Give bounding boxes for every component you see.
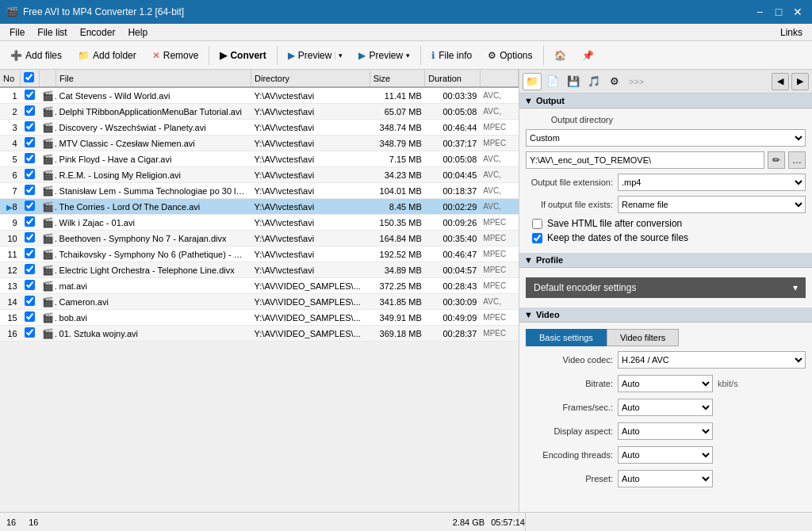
preview-split-button[interactable]: ▶ Preview ▾ bbox=[281, 46, 350, 65]
row-codec: MPEC bbox=[480, 120, 518, 136]
row-checkbox[interactable] bbox=[25, 121, 35, 132]
home-button[interactable]: 🏠 bbox=[547, 46, 573, 65]
panel-nav-next[interactable]: ▶ bbox=[791, 73, 809, 90]
tab-basic-settings[interactable]: Basic settings bbox=[526, 329, 607, 346]
row-size: 341.85 MB bbox=[370, 294, 425, 310]
preview-dropdown-arrow[interactable]: ▾ bbox=[335, 52, 343, 59]
panel-icon-folder[interactable]: 📁 bbox=[523, 73, 542, 90]
video-section: ▼ Video Basic settings Video filters Vid… bbox=[519, 308, 812, 500]
row-checkbox[interactable] bbox=[25, 264, 35, 274]
row-checkbox[interactable] bbox=[25, 90, 35, 100]
tab-video-filters[interactable]: Video filters bbox=[607, 329, 679, 346]
preview-icon: ▶ bbox=[358, 50, 366, 61]
panel-nav-more[interactable]: >>> bbox=[629, 77, 644, 86]
pin-button[interactable]: 📌 bbox=[575, 46, 601, 65]
bitrate-select[interactable]: Auto bbox=[618, 375, 713, 392]
file-info-icon: ℹ bbox=[431, 50, 435, 61]
row-duration: 00:03:39 bbox=[425, 87, 481, 104]
output-path-edit-button[interactable]: ✏ bbox=[768, 151, 785, 169]
row-checkbox[interactable] bbox=[25, 105, 35, 116]
table-row[interactable]: 11 🎬 Tchaikovsky - Symphony No 6 (Pathet… bbox=[0, 246, 519, 262]
row-checkbox[interactable] bbox=[25, 153, 35, 163]
row-checkbox[interactable] bbox=[25, 216, 35, 227]
row-icon: 🎬 bbox=[39, 262, 56, 278]
if-exists-select[interactable]: Rename file bbox=[618, 196, 806, 213]
table-row[interactable]: 5 🎬 Pink Floyd - Have a Cigar.avi Y:\AV\… bbox=[0, 151, 519, 167]
menu-filelist[interactable]: File list bbox=[31, 25, 73, 40]
extension-select[interactable]: .mp4 bbox=[618, 174, 806, 191]
maximize-button[interactable]: □ bbox=[771, 4, 787, 20]
table-row[interactable]: 9 🎬 Wilk i Zajac - 01.avi Y:\AV\vctest\a… bbox=[0, 215, 519, 231]
profile-collapse-icon: ▼ bbox=[524, 255, 533, 265]
row-checkbox[interactable] bbox=[25, 169, 35, 179]
table-row[interactable]: 13 🎬 mat.avi Y:\AV\VIDEO_SAMPLES\... 372… bbox=[0, 278, 519, 294]
preview-button[interactable]: ▶ Preview ▾ bbox=[351, 46, 417, 65]
preset-select[interactable]: Auto bbox=[618, 470, 713, 487]
table-row[interactable]: 12 🎬 Electric Light Orchestra - Telephon… bbox=[0, 262, 519, 278]
codec-select[interactable]: H.264 / AVC bbox=[618, 351, 806, 369]
filelist-scroll[interactable]: No File Directory Size Duration 1 🎬 Cat … bbox=[0, 70, 519, 512]
panel-nav-prev[interactable]: ◀ bbox=[772, 73, 789, 90]
table-row[interactable]: 1 🎬 Cat Stevens - Wild World.avi Y:\AV\v… bbox=[0, 87, 519, 104]
row-icon: 🎬 bbox=[39, 151, 56, 167]
video-tabs: Basic settings Video filters bbox=[526, 329, 806, 346]
add-folder-button[interactable]: 📁 Add folder bbox=[71, 46, 144, 65]
table-row[interactable]: 10 🎬 Beethoven - Symphony No 7 - Karajan… bbox=[0, 231, 519, 246]
add-files-button[interactable]: ➕ Add files bbox=[3, 46, 69, 65]
menu-file[interactable]: File bbox=[3, 25, 31, 40]
row-codec: MPEC bbox=[480, 326, 518, 342]
panel-icon-gear[interactable]: ⚙ bbox=[605, 73, 624, 90]
aspect-label: Display aspect: bbox=[526, 426, 613, 436]
output-collapse-icon: ▼ bbox=[524, 96, 533, 105]
links-button[interactable]: Links bbox=[774, 25, 809, 40]
row-checkbox[interactable] bbox=[25, 232, 35, 243]
aspect-select[interactable]: Auto bbox=[618, 422, 713, 440]
options-button[interactable]: ⚙ Options bbox=[481, 46, 539, 65]
threads-select[interactable]: Auto bbox=[618, 446, 713, 464]
output-section-header[interactable]: ▼ Output bbox=[519, 94, 812, 109]
output-dir-select[interactable]: Custom bbox=[526, 129, 806, 147]
select-all-checkbox[interactable] bbox=[24, 72, 34, 82]
row-checkbox[interactable] bbox=[25, 296, 35, 306]
row-checkbox[interactable] bbox=[25, 201, 35, 211]
panel-icon-save[interactable]: 💾 bbox=[564, 73, 583, 90]
profile-selector[interactable]: Default encoder settings ▾ bbox=[526, 277, 806, 298]
row-checkbox[interactable] bbox=[25, 327, 35, 338]
row-checkbox[interactable] bbox=[25, 185, 35, 195]
table-row[interactable]: 16 🎬 01. Sztuka wojny.avi Y:\AV\VIDEO_SA… bbox=[0, 326, 519, 342]
file-info-button[interactable]: ℹ File info bbox=[424, 46, 479, 65]
convert-button[interactable]: ▶ Convert bbox=[213, 46, 273, 65]
save-html-checkbox[interactable] bbox=[532, 219, 542, 229]
output-path-browse-button[interactable]: … bbox=[788, 151, 806, 169]
panel-icon-audio[interactable]: 🎵 bbox=[584, 73, 603, 90]
table-row[interactable]: 15 🎬 bob.avi Y:\AV\VIDEO_SAMPLES\... 349… bbox=[0, 310, 519, 326]
fps-select[interactable]: Auto bbox=[618, 399, 713, 416]
table-row[interactable]: 2 🎬 Delphi TRibbonApplicationMenuBar Tut… bbox=[0, 104, 519, 120]
keep-dates-checkbox[interactable] bbox=[532, 233, 542, 243]
row-num: 5 bbox=[0, 151, 21, 167]
table-row[interactable]: 6 🎬 R.E.M. - Losing My Religion.avi Y:\A… bbox=[0, 167, 519, 183]
video-section-header[interactable]: ▼ Video bbox=[519, 308, 812, 323]
close-button[interactable]: ✕ bbox=[790, 4, 806, 20]
minimize-button[interactable]: − bbox=[752, 4, 768, 20]
row-checkbox[interactable] bbox=[25, 280, 35, 290]
panel-icon-file[interactable]: 📄 bbox=[543, 73, 562, 90]
row-directory: Y:\AV\vctest\avi bbox=[251, 262, 370, 278]
table-row[interactable]: ▶8 🎬 The Corries - Lord Of The Dance.avi… bbox=[0, 199, 519, 215]
row-checkbox[interactable] bbox=[25, 137, 35, 147]
row-directory: Y:\AV\VIDEO_SAMPLES\... bbox=[251, 310, 370, 326]
table-row[interactable]: 14 🎬 Cameron.avi Y:\AV\VIDEO_SAMPLES\...… bbox=[0, 294, 519, 310]
table-row[interactable]: 4 🎬 MTV Classic - Czesław Niemen.avi Y:\… bbox=[0, 136, 519, 151]
row-checkbox-cell bbox=[21, 294, 40, 310]
output-path-input[interactable] bbox=[526, 151, 764, 169]
menu-help[interactable]: Help bbox=[121, 25, 154, 40]
row-size: 164.84 MB bbox=[370, 231, 425, 246]
menu-encoder[interactable]: Encoder bbox=[74, 25, 122, 40]
remove-button[interactable]: ✕ Remove bbox=[145, 46, 206, 65]
profile-section-header[interactable]: ▼ Profile bbox=[519, 253, 812, 268]
table-row[interactable]: 3 🎬 Discovery - Wszechświat - Planety.av… bbox=[0, 120, 519, 136]
row-icon: 🎬 bbox=[39, 167, 56, 183]
row-checkbox[interactable] bbox=[25, 311, 35, 322]
table-row[interactable]: 7 🎬 Stanisław Lem - Summa Technologiae p… bbox=[0, 183, 519, 199]
row-checkbox[interactable] bbox=[25, 248, 35, 258]
